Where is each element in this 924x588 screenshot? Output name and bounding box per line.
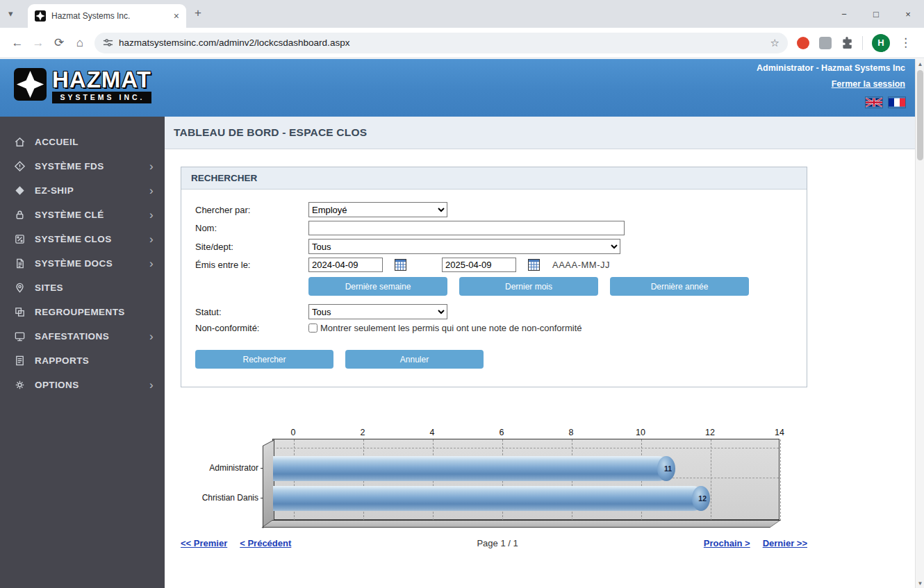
bookmark-star-icon[interactable]: ☆ [770,37,779,49]
pagination-page-info: Page 1 / 1 [304,538,691,548]
tab-search-icon[interactable]: ▾ [8,8,13,19]
gridline [780,439,781,521]
window-maximize-button[interactable]: □ [860,0,892,28]
hazmat-logo[interactable]: HAZMAT SYSTEMS INC. [14,68,151,103]
pagination-first-link[interactable]: << Premier [181,538,227,548]
extension-gray-icon[interactable] [819,37,832,49]
sidebar-item-ez-ship[interactable]: EZ-SHIP › [0,178,165,203]
sidebar-item-label: ACCUEIL [35,137,79,147]
status-select[interactable]: Tous [308,304,447,319]
lock-icon [14,209,26,221]
search-button[interactable]: Rechercher [195,350,333,369]
scrollbar-thumb[interactable] [917,70,923,160]
tab-title: Hazmat Systems Inc. [51,11,168,21]
sidebar-item-label: SYSTÈME DOCS [35,258,113,269]
new-tab-button[interactable]: + [195,6,201,20]
home-icon [14,136,26,148]
chevron-right-icon: › [149,330,154,342]
bar-chart-labels: AdministratorChristian Danis [123,439,265,520]
bar-chart-ticks: 02468101214 [272,425,779,439]
axis-tick-label: 10 [636,428,645,437]
url-bar[interactable]: hazmatsystemsinc.com/adminv2/lockcsdashb… [94,33,788,53]
bar-value-label: 11 [664,464,672,473]
main-content: TABLEAU DE BORD - ESPACE CLOS RECHERCHER… [165,117,915,588]
site-dept-select[interactable]: Tous [308,239,620,254]
search-by-select[interactable]: Employé [308,202,447,217]
pagination-next-link[interactable]: Prochain > [704,538,750,548]
nonconformity-checkbox[interactable] [308,324,317,333]
home-icon[interactable]: ⌂ [69,36,90,50]
chevron-right-icon: › [149,258,154,269]
sidebar-item-rapports[interactable]: RAPPORTS [0,348,165,373]
axis-tick-label: 4 [430,428,435,437]
french-flag-icon[interactable] [889,97,905,108]
extensions-puzzle-icon[interactable] [841,37,853,49]
logout-link[interactable]: Fermer la session [832,79,905,89]
last-month-button[interactable]: Dernier mois [459,277,598,296]
map-pin-icon [14,282,26,294]
calendar-icon[interactable] [528,259,540,271]
forward-icon[interactable]: → [28,36,49,50]
pagination-last-link[interactable]: Dernier >> [763,538,807,548]
sidebar-item-label: RAPPORTS [35,355,89,366]
search-panel-title: RECHERCHER [181,167,807,190]
back-icon[interactable]: ← [7,36,28,50]
report-icon [14,355,26,367]
sidebar-item-systeme-cle[interactable]: SYSTÈME CLÉ › [0,203,165,227]
sidebar-item-options[interactable]: OPTIONS › [0,373,165,397]
sidebar-item-regroupements[interactable]: REGROUPEMENTS [0,300,165,324]
sidebar-item-systeme-docs[interactable]: SYSTÈME DOCS › [0,251,165,276]
sidebar-item-label: OPTIONS [35,380,79,390]
tab-close-icon[interactable]: × [174,10,179,22]
gridline-horizontal [273,448,779,448]
search-by-label: Chercher par: [195,205,308,215]
sidebar-item-label: REGROUPEMENTS [35,307,125,317]
logo-text-line1: HAZMAT [52,68,151,92]
scroll-down-icon[interactable]: ▼ [916,578,924,588]
date-format-hint: AAAA-MM-JJ [552,260,610,270]
browser-toolbar: ← → ⟳ ⌂ hazmatsystemsinc.com/adminv2/loc… [0,28,924,58]
issued-between-label: Émis entre le: [195,260,308,270]
sidebar-item-accueil[interactable]: ACCUEIL [0,130,165,154]
chart-bar: 11 [273,456,670,481]
last-year-button[interactable]: Dernière année [610,277,749,296]
site-info-icon[interactable] [103,37,113,48]
date-to-input[interactable] [442,258,516,272]
bar-chart-plot: 1112 [272,439,779,520]
browser-tab[interactable]: Hazmat Systems Inc. × [28,4,186,28]
permit-icon [14,233,26,245]
sidebar-item-label: SYSTÈME CLOS [35,234,112,244]
cancel-button[interactable]: Annuler [345,350,484,369]
sidebar-item-systeme-clos[interactable]: SYSTÈME CLOS › [0,227,165,251]
name-input[interactable] [308,221,625,235]
diamond-icon [14,185,26,196]
sidebar-item-safestations[interactable]: SAFESTATIONS › [0,324,165,348]
extension-red-icon[interactable] [797,37,809,49]
site-dept-label: Site/dept: [195,242,308,252]
pagination: << Premier < Précédent Page 1 / 1 Procha… [181,538,807,548]
favicon [35,10,46,22]
reload-icon[interactable]: ⟳ [49,35,69,50]
logged-in-user-label: Administrator - Hazmat Systems Inc [757,63,905,73]
browser-menu-icon[interactable]: ⋮ [894,35,917,50]
pagination-prev-link[interactable]: < Précédent [240,538,291,548]
category-label: Administrator [209,463,265,473]
scroll-up-icon[interactable]: ▲ [916,59,924,69]
page-scrollbar[interactable]: ▲ ▼ [915,59,924,588]
chevron-right-icon: › [149,185,154,196]
calendar-icon[interactable] [395,259,406,271]
sidebar-item-label: EZ-SHIP [35,185,74,196]
status-label: Statut: [195,307,308,317]
last-week-button[interactable]: Dernière semaine [308,277,447,296]
axis-tick-label: 2 [361,428,365,437]
english-flag-icon[interactable] [866,97,882,108]
chart-bar: 12 [273,486,705,511]
profile-avatar[interactable]: H [872,34,890,52]
window-minimize-button[interactable]: − [828,0,860,28]
window-close-button[interactable]: × [892,0,924,28]
sidebar-item-systeme-fds[interactable]: SYSTÈME FDS › [0,154,165,178]
sidebar-item-sites[interactable]: SITES [0,276,165,300]
axis-tick-label: 6 [500,428,504,437]
date-from-input[interactable] [308,258,383,272]
axis-tick-label: 12 [705,428,715,437]
